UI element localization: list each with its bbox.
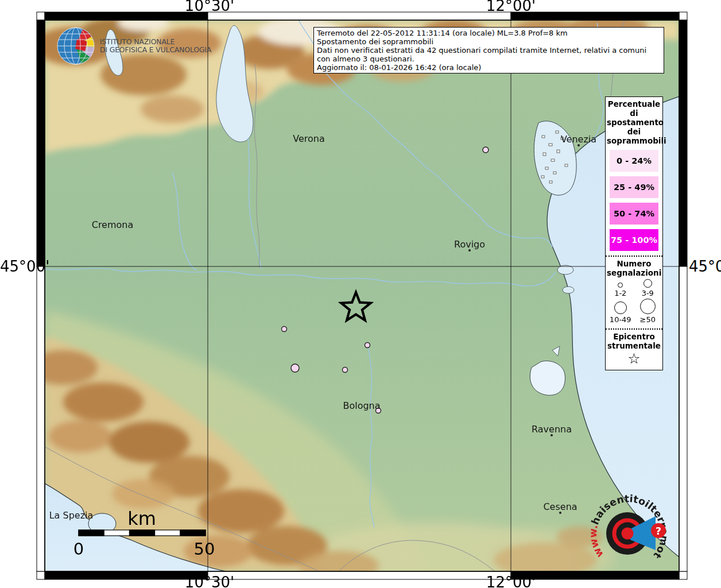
- count-circle-10-49: [614, 301, 627, 314]
- legend-title-line: spostamento: [607, 118, 661, 127]
- city-marker-dot: [551, 434, 553, 436]
- legend-title-line: Percentuale: [607, 99, 661, 109]
- ingv-logo: ISTITUTO NAZIONALE DI GEOFISICA E VULCAN…: [56, 26, 211, 65]
- event-info-box: Terremoto del 22-05-2012 11:31:14 (ora l…: [313, 27, 664, 74]
- legend-swatch-75-100: 75 - 100%: [610, 229, 658, 251]
- report-point: [343, 368, 348, 373]
- city-label-ravenna: Ravenna: [532, 424, 572, 435]
- legend-epicenter-title-line: strumentale: [607, 341, 661, 350]
- axis-label-lat-45-right: 45°00': [689, 258, 721, 275]
- earthquake-map-page: www.haisentitoilterremoto.it ? VeronaVen…: [0, 0, 721, 588]
- scalebar-graphic: [79, 530, 206, 536]
- scalebar-end-label: 50: [194, 539, 215, 559]
- legend-swatch-0-24: 0 - 24%: [610, 150, 658, 172]
- scalebar-unit-label: km: [127, 508, 156, 529]
- map-terrain: www.haisentitoilterremoto.it ?: [0, 0, 679, 588]
- ingv-name-line1: ISTITUTO NAZIONALE: [100, 38, 211, 46]
- city-label-cesena: Cesena: [543, 501, 577, 512]
- legend-count-title-line: Numero: [607, 259, 661, 268]
- legend-count-title-line: segnalazioni: [607, 268, 661, 277]
- legend-separator: [606, 328, 662, 330]
- city-label-verona: Verona: [293, 133, 325, 144]
- logo-bullseye-center: [622, 528, 634, 540]
- axis-label-lon-10-30-top: 10°30': [185, 0, 234, 14]
- axis-label-lon-10-30-bottom: 10°30': [185, 574, 234, 588]
- axis-label-lat-45-left: 45°00': [0, 258, 36, 275]
- data-disclaimer: Dati non verificati estratti da 42 quest…: [317, 46, 661, 63]
- map-subject: Spostamento dei soprammobili: [317, 37, 661, 46]
- legend-star-icon: ☆: [607, 351, 661, 366]
- question-mark: ?: [656, 525, 661, 537]
- legend-title-line: dei: [607, 127, 661, 136]
- legend-panel: Percentuale di spostamento dei soprammob…: [605, 96, 663, 370]
- legend-epicenter-title-line: Epicentro: [607, 332, 661, 341]
- count-circle-3-9: [644, 279, 652, 288]
- legend-title-line: di: [607, 109, 661, 118]
- city-marker-dot: [559, 512, 561, 514]
- po-delta-lagoon: [563, 287, 574, 293]
- city-label-cremona: Cremona: [92, 219, 134, 230]
- city-marker-dot: [468, 249, 471, 252]
- city-label-la-spezia: La Spezia: [49, 510, 94, 521]
- count-circle-1-2: [618, 283, 623, 288]
- legend-swatch-25-49: 25 - 49%: [610, 176, 658, 198]
- last-updated: Aggiornato il: 08-01-2026 16:42 (ora loc…: [317, 63, 661, 72]
- report-point: [365, 343, 370, 348]
- report-point: [291, 364, 299, 372]
- ingv-globe-icon: [56, 26, 95, 65]
- city-label-venezia: Venezia: [561, 134, 596, 145]
- comacchio-lagoon: [530, 361, 565, 396]
- legend-swatch-50-74: 50 - 74%: [610, 203, 658, 225]
- report-point: [282, 327, 287, 332]
- legend-separator: [606, 256, 662, 257]
- ingv-name-line2: DI GEOFISICA E VULCANOLOGIA: [100, 46, 211, 54]
- city-marker-dot: [577, 144, 580, 146]
- scalebar-start-label: 0: [73, 539, 84, 559]
- axis-label-lon-12-00-top: 12°00': [486, 0, 536, 14]
- axis-label-lon-12-00-bottom: 12°00': [486, 574, 536, 588]
- count-label: 1-2: [614, 289, 626, 297]
- count-label: 10-49: [610, 315, 631, 324]
- count-circle-50plus: [640, 299, 656, 314]
- city-label-bologna: Bologna: [343, 400, 380, 411]
- count-label: ≥50: [640, 315, 656, 324]
- legend-title-line: soprammobili: [607, 136, 661, 145]
- city-label-rovigo: Rovigo: [454, 239, 485, 250]
- report-point: [483, 147, 489, 153]
- event-summary: Terremoto del 22-05-2012 11:31:14 (ora l…: [317, 29, 661, 37]
- count-label: 3-9: [642, 289, 654, 297]
